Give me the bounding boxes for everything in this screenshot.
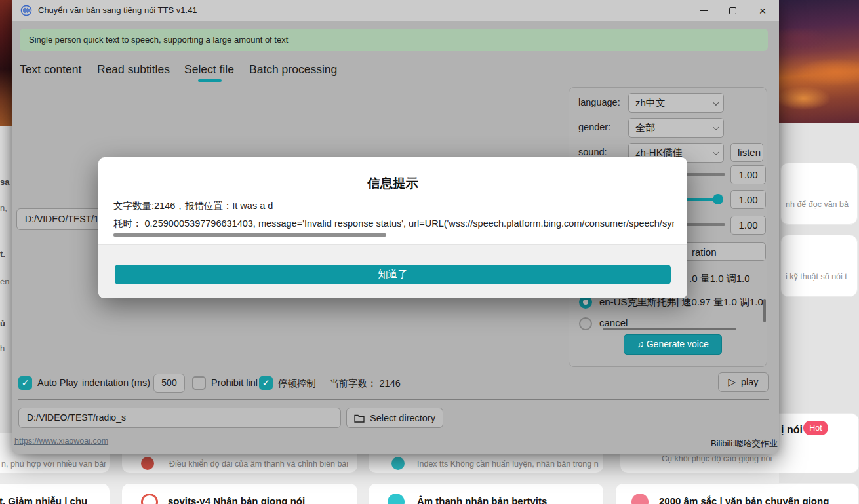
play-icon: ▷ (728, 376, 736, 388)
chevron-down-icon (713, 149, 719, 155)
bg-hot-card-subtitle: Cụ khôi phục độ cao giọng nói (662, 454, 855, 463)
bg-card: t. Giảm nhiễu | chụ (0, 483, 110, 504)
wallpaper-right (777, 0, 859, 123)
indentation-label: indentation (ms) (82, 378, 150, 388)
play-button[interactable]: ▷ play (718, 372, 769, 392)
bg-letter: sa (0, 177, 11, 187)
website-link[interactable]: https://www.xiaowoai.com (14, 436, 108, 446)
prohibit-link-label: Prohibit linl (211, 378, 258, 388)
titlebar: Chuyển văn bản sang tiếng nói TTS v1.41 … (12, 0, 779, 21)
music-note-icon: ♫ (637, 339, 644, 349)
voice-list-vscrollbar[interactable] (763, 299, 766, 322)
volume-slider-thumb[interactable] (713, 194, 723, 204)
tab-batch-processing[interactable]: Batch processing (249, 63, 337, 77)
bg-card-text: Điều khiển độ dài của âm thanh và chỉnh … (169, 459, 354, 469)
speed-value-button[interactable]: 1.00 (730, 165, 766, 184)
bg-card-text: n, phù hợp với nhiều văn bản (1, 459, 106, 469)
gender-value: 全部 (635, 122, 655, 133)
pitch-value-button[interactable]: 1.00 (730, 216, 766, 235)
select-directory-label: Select directory (370, 413, 435, 423)
bg-card: nh để đọc văn bả (780, 163, 858, 225)
bg-card: i kỹ thuật số nói t (780, 235, 858, 297)
indentation-input[interactable]: 500 (153, 374, 185, 393)
active-tab-underline (198, 79, 222, 82)
close-button[interactable]: × (748, 0, 778, 21)
tab-select-file[interactable]: Select file (184, 63, 234, 77)
sound-value: zh-HK僑佳 (635, 147, 683, 158)
bg-card-icon (391, 457, 405, 470)
pause-control-label: 停顿控制 (278, 378, 316, 390)
bg-letter: n, (0, 203, 11, 213)
language-label: language: (578, 97, 620, 107)
dialog-message-line2: 耗时： 0.2590005397796631403, message='Inva… (113, 218, 674, 230)
wallpaper-left (0, 0, 12, 126)
tab-read-subtitles[interactable]: Read subtitles (97, 63, 170, 77)
voice-list-hscrollbar[interactable] (603, 328, 736, 330)
listen-button[interactable]: listen (730, 143, 763, 162)
dialog-footer: 知道了 (98, 244, 687, 298)
chevron-down-icon (713, 99, 719, 106)
voice-option-label[interactable]: cancel (599, 317, 628, 328)
volume-value-button[interactable]: 1.00 (730, 190, 766, 209)
minimize-icon (700, 10, 708, 11)
info-banner: Single person quick text to speech, supp… (20, 29, 768, 51)
language-value: zh中文 (635, 97, 666, 108)
bg-card-icon (141, 494, 158, 504)
bg-letter: èn (0, 277, 11, 286)
bg-card: Âm thanh nhân bản bertvits (368, 483, 604, 504)
bg-card-icon (388, 494, 405, 504)
sound-label: sound: (578, 147, 607, 157)
bg-card-title: sovits-v4 Nhân bản giọng nói (168, 495, 353, 504)
pause-control-checkbox[interactable]: ✓ (259, 376, 273, 390)
dialog-title: 信息提示 (98, 174, 687, 192)
bg-letter: h (0, 343, 11, 353)
maximize-icon (729, 7, 736, 14)
bg-card-icon (141, 457, 154, 470)
window-title: Chuyển văn bản sang tiếng nói TTS v1.41 (38, 5, 197, 15)
auto-play-label: Auto Play (37, 378, 78, 388)
minimize-button[interactable] (689, 0, 719, 21)
bg-card-title: t. Giảm nhiễu | chụ (0, 495, 108, 504)
maximize-button[interactable] (717, 0, 748, 21)
close-icon: × (759, 5, 766, 17)
output-path-input[interactable]: D:/VIDEO/TEST/radio_s (18, 408, 341, 428)
bilibili-credit: Bilibili:嗯哈交作业 (711, 438, 778, 450)
folder-icon (354, 414, 365, 423)
char-count-label: 当前字数： 2146 (329, 378, 401, 390)
bg-card-text: Index tts Không cần huấn luyện, nhân bản… (417, 459, 601, 469)
prohibit-link-checkbox[interactable] (192, 376, 206, 390)
tab-text-content[interactable]: Text content (20, 63, 81, 77)
hot-badge: Hot (803, 421, 828, 435)
bg-letter: t. (0, 249, 11, 259)
voice-option-label[interactable]: .0 量1.0 调1.0 (689, 273, 750, 285)
bg-letter: ủ (0, 319, 11, 328)
bg-card-title: Âm thanh nhân bản bertvits (417, 495, 599, 504)
bg-card-text: nh để đọc văn bả (786, 200, 858, 209)
auto-play-checkbox[interactable]: ✓ (18, 376, 32, 390)
select-directory-button[interactable]: Select directory (346, 408, 443, 428)
generate-voice-button[interactable]: ♫ Generate voice (624, 334, 722, 355)
gender-label: gender: (578, 122, 610, 132)
dialog-message-line1: 文字数量:2146，报错位置：It was a d (113, 200, 674, 212)
screen: sa n, t. èn ủ h nh để đọc văn bả i kỹ th… (0, 0, 859, 504)
bg-card-text: i kỹ thuật số nói t (786, 272, 858, 281)
bg-card: sovits-v4 Nhân bản giọng nói (121, 483, 358, 504)
gender-select[interactable]: 全部 (628, 118, 724, 138)
generate-voice-label: Generate voice (647, 339, 709, 349)
message-dialog: 信息提示 文字数量:2146，报错位置：It was a d 耗时： 0.259… (98, 157, 687, 298)
dialog-hscrollbar[interactable] (113, 233, 386, 237)
play-label: play (741, 377, 759, 387)
divider (18, 399, 769, 400)
dialog-ok-button[interactable]: 知道了 (115, 265, 671, 284)
bg-card-icon (631, 494, 649, 504)
bg-card: 2000 âm sắc | văn bản chuyển giọng (615, 483, 859, 504)
bg-card-title: 2000 âm sắc | văn bản chuyển giọng (659, 495, 856, 504)
language-select[interactable]: zh中文 (628, 93, 724, 113)
chevron-down-icon (713, 124, 719, 130)
bg-hot-card-title: ị nói (781, 424, 803, 436)
voice-option-radio[interactable] (579, 317, 592, 330)
app-logo-icon (20, 5, 32, 16)
